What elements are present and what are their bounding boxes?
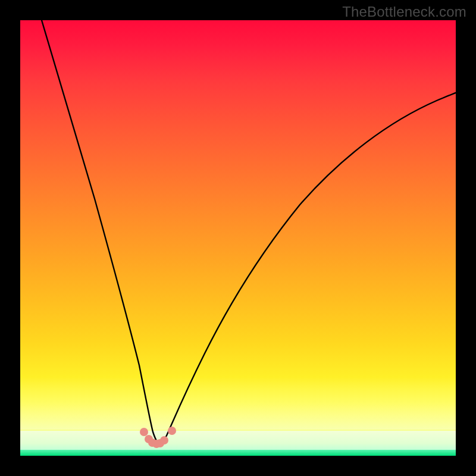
svg-point-3	[152, 440, 161, 448]
svg-point-6	[168, 427, 176, 435]
gradient-band-green	[20, 450, 456, 456]
svg-point-0	[140, 428, 148, 436]
salmon-dots	[140, 427, 176, 448]
svg-point-4	[156, 439, 164, 447]
bottleneck-curve	[20, 20, 456, 456]
watermark-text: TheBottleneck.com	[342, 4, 466, 20]
gradient-band-yellow	[20, 377, 456, 430]
svg-point-2	[148, 439, 156, 447]
svg-point-1	[145, 435, 153, 443]
svg-point-5	[160, 436, 168, 444]
curve-path	[42, 20, 456, 443]
plot-area	[20, 20, 456, 456]
gradient-band-pale	[20, 431, 456, 452]
chart-frame: TheBottleneck.com	[0, 0, 476, 476]
